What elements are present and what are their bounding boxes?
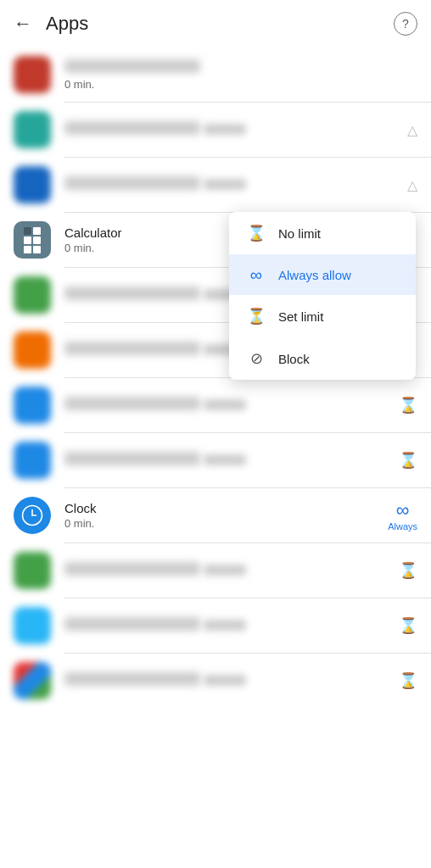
no-limit-icon: ⌛ — [246, 224, 266, 242]
app-info — [64, 562, 399, 579]
list-item[interactable]: ⌛ — [0, 598, 431, 653]
list-item[interactable]: △ — [0, 103, 431, 157]
app-icon — [14, 607, 51, 644]
app-info — [64, 176, 407, 193]
list-item[interactable]: ⌛ — [0, 543, 431, 598]
app-icon — [14, 331, 51, 369]
app-name — [64, 287, 200, 300]
app-name — [64, 452, 200, 465]
page-title: Apps — [46, 13, 394, 35]
list-item-clock[interactable]: Clock 0 min. ∞ Always — [0, 488, 431, 542]
hourglass-icon: ⌛ — [399, 616, 417, 635]
app-icon — [14, 166, 51, 203]
app-info — [64, 617, 399, 634]
app-name — [64, 342, 200, 355]
app-info — [64, 452, 399, 469]
dropdown-item-block[interactable]: ⊘ Block — [229, 337, 416, 380]
infinity-icon: ∞ — [388, 499, 417, 521]
hourglass-icon: ⌛ — [399, 561, 417, 580]
always-allow-label: Always allow — [278, 268, 351, 282]
app-time — [204, 565, 246, 576]
app-name — [64, 672, 200, 686]
set-limit-icon: ⏳ — [246, 307, 266, 326]
list-item[interactable]: ⌛ — [0, 378, 431, 432]
app-icon — [14, 552, 51, 589]
hourglass-icon: ⌛ — [399, 451, 417, 470]
app-time: 0 min. — [64, 78, 417, 91]
block-label: Block — [278, 352, 310, 366]
app-action-icon: △ — [407, 122, 417, 138]
list-item[interactable]: ⌛ — [0, 654, 431, 708]
dropdown-item-no-limit[interactable]: ⌛ No limit — [229, 212, 416, 254]
hourglass-icon: ⌛ — [399, 671, 417, 690]
always-label: Always — [388, 521, 417, 531]
block-icon: ⊘ — [246, 349, 266, 368]
app-time — [204, 675, 246, 686]
app-icon — [14, 111, 51, 148]
list-item[interactable]: 0 min. — [0, 47, 431, 102]
clock-svg — [20, 504, 44, 527]
app-time — [204, 399, 246, 410]
app-name — [64, 59, 200, 73]
app-icon — [14, 56, 51, 93]
help-icon: ? — [402, 17, 409, 31]
app-icon — [14, 276, 51, 314]
no-limit-label: No limit — [278, 226, 321, 241]
app-time — [204, 179, 246, 190]
dropdown-item-set-limit[interactable]: ⏳ Set limit — [229, 295, 416, 337]
app-icon — [14, 387, 51, 424]
app-name — [64, 617, 200, 631]
help-button[interactable]: ? — [394, 12, 417, 36]
clock-app-icon — [14, 497, 51, 534]
app-time — [204, 620, 246, 631]
app-info: Clock 0 min. — [64, 501, 388, 530]
list-item[interactable]: ⌛ — [0, 433, 431, 487]
app-time — [204, 124, 246, 135]
app-name — [64, 562, 200, 576]
calculator-icon — [14, 221, 51, 259]
list-item[interactable]: △ — [0, 158, 431, 212]
always-indicator: ∞ Always — [388, 499, 417, 531]
app-info — [64, 672, 399, 689]
app-name — [64, 176, 200, 190]
app-time: 0 min. — [64, 517, 388, 530]
dropdown-menu: ⌛ No limit ∞ Always allow ⏳ Set limit ⊘ … — [229, 212, 416, 380]
header: ← Apps ? — [0, 0, 431, 47]
app-name: Clock — [64, 501, 388, 515]
set-limit-label: Set limit — [278, 309, 323, 324]
app-icon — [14, 442, 51, 479]
app-time — [204, 454, 246, 465]
app-name — [64, 121, 200, 135]
app-info: 0 min. — [64, 59, 417, 91]
always-allow-icon: ∞ — [246, 266, 266, 283]
app-icon — [14, 662, 51, 699]
app-info — [64, 121, 407, 138]
dropdown-item-always-allow[interactable]: ∞ Always allow — [229, 254, 416, 295]
back-button[interactable]: ← — [14, 13, 32, 35]
app-info — [64, 397, 399, 414]
app-action-icon: △ — [407, 177, 417, 193]
hourglass-icon: ⌛ — [399, 396, 417, 415]
app-name — [64, 397, 200, 410]
